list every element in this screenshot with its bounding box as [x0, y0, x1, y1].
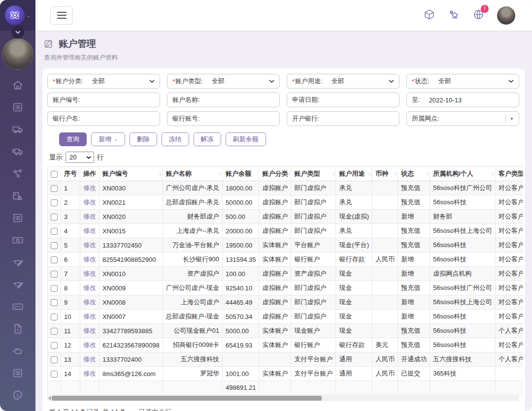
filter-input-10[interactable]: 开户银行: [287, 111, 399, 126]
edit-link[interactable]: 修改 [83, 255, 96, 263]
column-header-4[interactable]: 账户名称↑↓ [163, 167, 222, 181]
select-all-header[interactable] [48, 167, 61, 181]
menu-toggle-button[interactable] [50, 6, 73, 25]
sidebar-item-card-alert-icon[interactable] [0, 185, 35, 207]
cell-value: 广州公司虚户-现金 [166, 284, 219, 291]
column-header-11[interactable]: 所属机构/个人↑↓ [430, 167, 496, 181]
row-checkbox[interactable] [51, 271, 58, 278]
edit-link[interactable]: 修改 [83, 327, 96, 334]
filter-input-5[interactable]: 账户名称: [167, 93, 280, 107]
row-checkbox[interactable] [51, 242, 58, 249]
sidebar-item-oil-can-icon[interactable] [0, 340, 35, 362]
filter-select-0[interactable]: *账户分类:全部 [47, 74, 160, 89]
column-header-3[interactable]: 账户编号↑↓ [100, 167, 163, 181]
list-icon [11, 212, 24, 224]
sidebar-item-check-sign-icon[interactable]: $ [0, 251, 35, 273]
sort-icon[interactable]: ↑↓ [426, 171, 428, 176]
cell-value: 虚拟账户 [262, 270, 288, 277]
sort-icon[interactable]: ↑↓ [287, 171, 289, 176]
column-header-10[interactable]: 状态↑↓ [398, 167, 430, 181]
sidebar-item-form-list-icon[interactable] [0, 96, 35, 118]
page-size-select[interactable]: 20 [66, 152, 94, 163]
chevron-down-icon [269, 80, 274, 83]
toolbar-button-0[interactable]: 查询 [59, 132, 87, 146]
filter-input-6[interactable]: 申请日期: [287, 93, 399, 107]
edit-link[interactable]: 修改 [83, 370, 96, 377]
row-checkbox[interactable] [51, 228, 58, 235]
scrollbar-thumb[interactable] [52, 396, 322, 401]
sort-icon[interactable]: ↑↓ [368, 171, 370, 176]
scroll-left-arrow-icon[interactable] [48, 396, 51, 400]
filter-select-3[interactable]: *状态:全部 [406, 74, 519, 89]
column-header-8[interactable]: 账户用途↑↓ [336, 167, 372, 181]
sidebar-item-home-icon[interactable] [0, 74, 35, 96]
column-header-12[interactable]: 客户类型↑↓ [496, 167, 523, 181]
row-checkbox[interactable] [51, 371, 58, 378]
filter-input-9[interactable]: 银行账号: [167, 111, 280, 126]
sidebar-item-network-nodes-icon[interactable] [0, 162, 35, 185]
edit-link[interactable]: 修改 [83, 270, 96, 277]
edit-link[interactable]: 修改 [83, 298, 96, 306]
sidebar-item-check-sign-icon-2[interactable]: $ [0, 273, 35, 295]
sidebar-item-banknote-icon[interactable] [0, 229, 35, 251]
row-checkbox[interactable] [51, 328, 58, 335]
row-checkbox[interactable] [51, 256, 58, 263]
sidebar-item-delivery-truck-icon[interactable] [0, 140, 35, 162]
globe-icon[interactable]: ! [472, 8, 485, 23]
toolbar-button-1[interactable]: 新增⌄ [91, 132, 125, 146]
column-header-7[interactable]: 账户类型↑↓ [291, 167, 336, 181]
row-checkbox[interactable] [51, 285, 58, 292]
edit-link[interactable]: 修改 [83, 241, 96, 249]
toolbar-button-4[interactable]: 解冻 [194, 132, 221, 146]
row-checkbox[interactable] [51, 185, 58, 192]
column-header-6[interactable]: 账户分类↑↓ [259, 167, 291, 181]
edit-link[interactable]: 修改 [83, 355, 96, 363]
table-row: 1修改XN0030广州公司虚户-承兑18000.00虚拟账户部门虚拟户承兑预充值… [48, 181, 524, 195]
edit-link[interactable]: 修改 [83, 227, 96, 234]
sort-icon[interactable]: ↑↓ [159, 171, 161, 176]
cube-icon[interactable] [423, 8, 435, 23]
toolbar-button-2[interactable]: 删除 [130, 132, 157, 146]
filter-select-2[interactable]: *账户用途:全部 [287, 74, 399, 89]
filter-select-1[interactable]: *账户类型:全部 [167, 74, 280, 89]
filter-input-8[interactable]: 银行户名: [47, 111, 160, 126]
horizontal-scrollbar[interactable] [47, 395, 519, 401]
sidebar-user-avatar[interactable] [2, 38, 33, 70]
row-checkbox[interactable] [51, 199, 58, 206]
filter-input-7[interactable]: 至:2022-10-13 [406, 93, 519, 107]
row-checkbox[interactable] [51, 299, 58, 306]
cell-value: 现金 [339, 298, 352, 306]
row-checkbox[interactable] [51, 314, 58, 320]
toolbar-button-3[interactable]: 冻结 [162, 132, 189, 146]
edit-link[interactable]: 修改 [83, 213, 96, 220]
filter-select-11[interactable]: 所属网点:▼ [406, 111, 519, 126]
row-checkbox[interactable] [51, 342, 58, 349]
home-gear-icon[interactable] [448, 8, 460, 23]
edit-link[interactable]: 修改 [83, 198, 96, 206]
sidebar-item-list-icon-2[interactable] [0, 362, 35, 384]
toolbar-button-5[interactable]: 刷新余额 [226, 132, 266, 146]
edit-link[interactable]: 修改 [83, 184, 96, 191]
table-cell: XN0021 [100, 195, 163, 210]
row-checkbox[interactable] [51, 214, 58, 221]
row-checkbox[interactable] [51, 356, 58, 363]
sidebar-collapse-button[interactable] [11, 26, 24, 38]
topbar-user-avatar[interactable] [497, 6, 515, 25]
sidebar-item-cheque-icon[interactable]: $ [0, 295, 35, 317]
select-all-checkbox[interactable] [51, 171, 58, 178]
sidebar-item-list-icon[interactable] [0, 207, 35, 229]
column-header-9[interactable]: 币种↑↓ [372, 167, 398, 181]
edit-link[interactable]: 修改 [83, 313, 96, 320]
sidebar-item-dollar-badge-icon[interactable]: $ [0, 384, 35, 406]
sidebar-item-truck-icon[interactable] [0, 118, 35, 140]
sort-icon[interactable]: ↑↓ [332, 171, 334, 176]
cell-value: 个人客户 [499, 327, 523, 334]
sort-icon[interactable]: ↑↓ [491, 171, 494, 176]
home-icon [11, 79, 24, 92]
edit-link[interactable]: 修改 [83, 341, 96, 348]
sidebar-item-invoice-dollar-icon[interactable]: $ [0, 317, 35, 340]
filter-input-4[interactable]: 账户编号: [47, 93, 160, 107]
sort-icon[interactable]: ↑↓ [218, 171, 221, 176]
edit-link[interactable]: 修改 [83, 284, 96, 291]
sort-icon[interactable]: ↑↓ [394, 171, 396, 176]
